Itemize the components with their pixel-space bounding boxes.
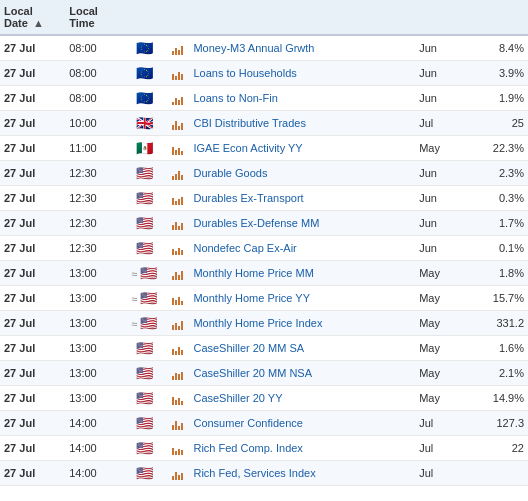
cell-period: Jul [415, 436, 465, 461]
cell-indicator-name[interactable]: Nondefec Cap Ex-Air [189, 236, 415, 261]
cell-time: 12:30 [65, 211, 123, 236]
table-row: 27 Jul 14:00 🇺🇸 Rich Fed, Services Index… [0, 461, 528, 486]
cell-chart [166, 286, 190, 311]
cell-date: 27 Jul [0, 111, 65, 136]
cell-period: Jun [415, 86, 465, 111]
cell-period: May [415, 336, 465, 361]
cell-date: 27 Jul [0, 311, 65, 336]
header-time: LocalTime [65, 0, 123, 35]
cell-period: May [415, 261, 465, 286]
table-row: 27 Jul 10:00 🇬🇧 CBI Distributive Trades … [0, 111, 528, 136]
cell-indicator-name[interactable]: CaseShiller 20 YY [189, 386, 415, 411]
chart-icon [172, 293, 183, 305]
cell-date: 27 Jul [0, 286, 65, 311]
cell-prior: 15.7% [465, 286, 528, 311]
cell-prior: 3.9% [465, 61, 528, 86]
table-row: 27 Jul 12:30 🇺🇸 Durables Ex-Transport Ju… [0, 186, 528, 211]
cell-chart [166, 136, 190, 161]
table-row: 27 Jul 08:00 🇪🇺 Loans to Households Jun … [0, 61, 528, 86]
cell-prior: 22 [465, 436, 528, 461]
cell-flag: 🇪🇺 [123, 35, 166, 61]
table-row: 27 Jul 13:00 ≈ 🇺🇸 Monthly Home Price YY … [0, 286, 528, 311]
cell-flag: 🇺🇸 [123, 211, 166, 236]
cell-chart [166, 211, 190, 236]
country-flag: 🇺🇸 [136, 240, 153, 256]
cell-indicator-name[interactable]: CaseShiller 20 MM NSA [189, 361, 415, 386]
cell-time: 14:00 [65, 436, 123, 461]
cell-chart [166, 161, 190, 186]
cell-chart [166, 86, 190, 111]
cell-indicator-name[interactable]: Money-M3 Annual Grwth [189, 35, 415, 61]
cell-time: 12:30 [65, 236, 123, 261]
cell-date: 27 Jul [0, 336, 65, 361]
cell-date: 27 Jul [0, 411, 65, 436]
cell-chart [166, 311, 190, 336]
cell-time: 13:00 [65, 336, 123, 361]
cell-prior: 2.1% [465, 361, 528, 386]
cell-indicator-name[interactable]: IGAE Econ Activity YY [189, 136, 415, 161]
cell-indicator-name[interactable]: Rich Fed Comp. Index [189, 436, 415, 461]
table-row: 27 Jul 13:00 🇺🇸 CaseShiller 20 MM SA May… [0, 336, 528, 361]
cell-period: Jul [415, 461, 465, 486]
cell-indicator-name[interactable]: Monthly Home Price YY [189, 286, 415, 311]
cell-indicator-name[interactable]: Durable Goods [189, 161, 415, 186]
cell-time: 13:00 [65, 311, 123, 336]
chart-icon [172, 68, 183, 80]
cell-chart [166, 436, 190, 461]
chart-icon [172, 468, 183, 480]
country-flag: 🇺🇸 [140, 290, 157, 306]
cell-prior: 0.3% [465, 186, 528, 211]
cell-chart [166, 361, 190, 386]
chart-icon [172, 343, 183, 355]
header-period [415, 0, 465, 35]
cell-flag: 🇺🇸 [123, 386, 166, 411]
cell-time: 13:00 [65, 386, 123, 411]
cell-flag: 🇺🇸 [123, 436, 166, 461]
table-row: 27 Jul 08:00 🇪🇺 Money-M3 Annual Grwth Ju… [0, 35, 528, 61]
cell-date: 27 Jul [0, 361, 65, 386]
cell-period: Jun [415, 211, 465, 236]
country-flag: 🇺🇸 [136, 365, 153, 381]
cell-indicator-name[interactable]: Monthly Home Price Index [189, 311, 415, 336]
cell-chart [166, 261, 190, 286]
cell-time: 13:00 [65, 286, 123, 311]
country-flag: 🇺🇸 [136, 215, 153, 231]
cell-indicator-name[interactable]: CaseShiller 20 MM SA [189, 336, 415, 361]
cell-prior: 331.2 [465, 311, 528, 336]
cell-time: 13:00 [65, 361, 123, 386]
cell-date: 27 Jul [0, 236, 65, 261]
cell-indicator-name[interactable]: Durables Ex-Defense MM [189, 211, 415, 236]
cell-indicator-name[interactable]: Loans to Non-Fin [189, 86, 415, 111]
cell-time: 12:30 [65, 161, 123, 186]
table-row: 27 Jul 13:00 🇺🇸 CaseShiller 20 MM NSA Ma… [0, 361, 528, 386]
country-flag: 🇺🇸 [136, 190, 153, 206]
cell-indicator-name[interactable]: CBI Distributive Trades [189, 111, 415, 136]
cell-flag: 🇬🇧 [123, 111, 166, 136]
cell-prior: 1.8% [465, 261, 528, 286]
cell-indicator-name[interactable]: Loans to Households [189, 61, 415, 86]
cell-indicator-name[interactable]: Consumer Confidence [189, 411, 415, 436]
cell-date: 27 Jul [0, 211, 65, 236]
table-row: 27 Jul 11:00 🇲🇽 IGAE Econ Activity YY Ma… [0, 136, 528, 161]
cell-period: Jun [415, 161, 465, 186]
cell-date: 27 Jul [0, 186, 65, 211]
cell-indicator-name[interactable]: Monthly Home Price MM [189, 261, 415, 286]
cell-prior: 1.9% [465, 86, 528, 111]
cell-prior: 2.3% [465, 161, 528, 186]
country-flag: 🇬🇧 [136, 115, 153, 131]
cell-period: May [415, 361, 465, 386]
header-chart [166, 0, 190, 35]
table-row: 27 Jul 13:00 ≈ 🇺🇸 Monthly Home Price Ind… [0, 311, 528, 336]
cell-time: 08:00 [65, 35, 123, 61]
header-date[interactable]: LocalDate ▲ [0, 0, 65, 35]
chart-icon [172, 168, 183, 180]
cell-indicator-name[interactable]: Rich Fed, Services Index [189, 461, 415, 486]
cell-prior: 25 [465, 111, 528, 136]
cell-indicator-name[interactable]: Durables Ex-Transport [189, 186, 415, 211]
table-row: 27 Jul 12:30 🇺🇸 Durables Ex-Defense MM J… [0, 211, 528, 236]
country-flag: 🇺🇸 [136, 340, 153, 356]
country-flag: 🇺🇸 [140, 315, 157, 331]
cell-date: 27 Jul [0, 461, 65, 486]
cell-date: 27 Jul [0, 35, 65, 61]
cell-flag: 🇺🇸 [123, 236, 166, 261]
